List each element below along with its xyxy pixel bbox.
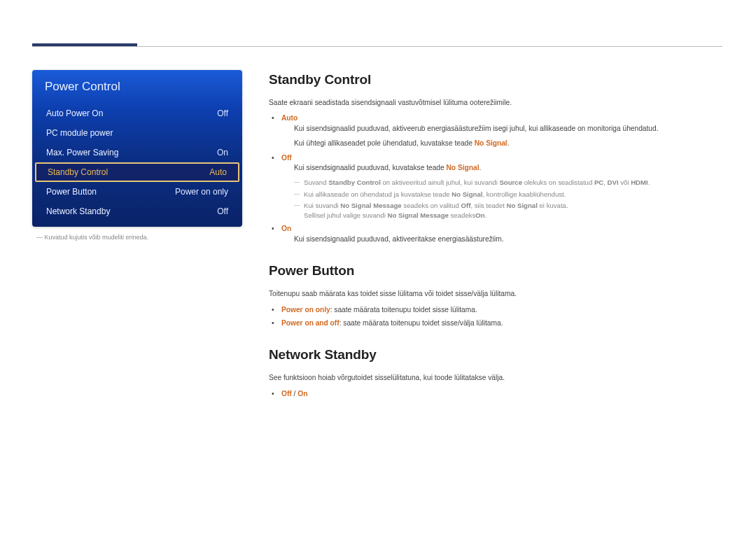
list-item: Off / On <box>281 389 722 400</box>
section-power-button: Power Button Toitenupu saab määrata kas … <box>269 261 722 328</box>
menu-title: Power Control <box>32 70 242 104</box>
caption-text: Kuvatud kujutis võib mudeliti erineda. <box>45 234 149 241</box>
menu-item-label: PC module power <box>46 128 113 138</box>
menu-item-label: Standby Control <box>48 167 108 177</box>
option-desc: Kui sisendsignaalid puuduvad, kuvatakse … <box>294 163 722 174</box>
menu-item-label: Power Button <box>46 187 97 197</box>
menu-item-label: Network Standby <box>46 206 110 216</box>
menu-item-label: Auto Power On <box>46 108 103 118</box>
option-label-off: Off <box>281 154 292 162</box>
menu-item-value: On <box>217 148 228 157</box>
dash-icon: ― <box>36 234 43 241</box>
list-item: Auto Kui sisendsignaalid puuduvad, aktiv… <box>281 113 722 148</box>
menu-item-max-power-saving[interactable]: Max. Power Saving On <box>32 143 242 162</box>
menu-item-pc-module-power[interactable]: PC module power <box>32 123 242 143</box>
option-desc: Kui sisendsignaalid puuduvad, aktiveerub… <box>294 124 722 134</box>
note-item: Suvand Standby Control on aktiveeritud a… <box>304 178 722 187</box>
netstandby-intro: See funktsioon hoiab võrgutoidet sisselü… <box>269 373 722 384</box>
list-item: Off Kui sisendsignaalid puuduvad, kuvata… <box>281 153 722 220</box>
menu-item-standby-control[interactable]: Standby Control Auto <box>35 162 239 182</box>
option-desc: Kui sisendsignaalid puuduvad, aktiveerit… <box>294 234 722 245</box>
standby-intro: Saate ekraani seadistada sisendsignaali … <box>269 98 722 108</box>
menu-item-label: Max. Power Saving <box>46 148 118 157</box>
menu-item-auto-power-on[interactable]: Auto Power On Off <box>32 104 242 123</box>
heading-power-button: Power Button <box>269 261 722 281</box>
menu-item-value: Off <box>217 108 228 118</box>
section-standby-control: Standby Control Saate ekraani seadistada… <box>269 70 722 244</box>
heading-network-standby: Network Standby <box>269 345 722 365</box>
menu-item-value: Power on only <box>175 187 228 197</box>
list-item: On Kui sisendsignaalid puuduvad, aktivee… <box>281 224 722 245</box>
option-label-auto: Auto <box>281 114 298 122</box>
note-item: Kui suvandi No Signal Message seadeks on… <box>304 201 722 220</box>
menu-item-power-button[interactable]: Power Button Power on only <box>32 182 242 202</box>
list-item: Power on only: saate määrata toitenupu t… <box>281 305 722 316</box>
menu-item-value: Off <box>217 206 228 216</box>
list-item: Power on and off: saate määrata toitenup… <box>281 318 722 329</box>
menu-item-value: Auto <box>209 167 227 177</box>
menu-item-network-standby[interactable]: Network Standby Off <box>32 202 242 221</box>
menu-caption: ― Kuvatud kujutis võib mudeliti erineda. <box>32 234 242 241</box>
note-item: Kui allikaseade on ühendatud ja kuvataks… <box>304 190 722 199</box>
option-label-on: On <box>281 225 291 232</box>
heading-standby-control: Standby Control <box>269 70 722 90</box>
option-desc: Kui ühtegi allikaseadet pole ühendatud, … <box>294 139 722 149</box>
powerbtn-intro: Toitenupu saab määrata kas toidet sisse … <box>269 289 722 300</box>
header-rule <box>32 46 722 47</box>
section-network-standby: Network Standby See funktsioon hoiab võr… <box>269 345 722 399</box>
power-control-menu: Power Control Auto Power On Off PC modul… <box>32 70 242 227</box>
